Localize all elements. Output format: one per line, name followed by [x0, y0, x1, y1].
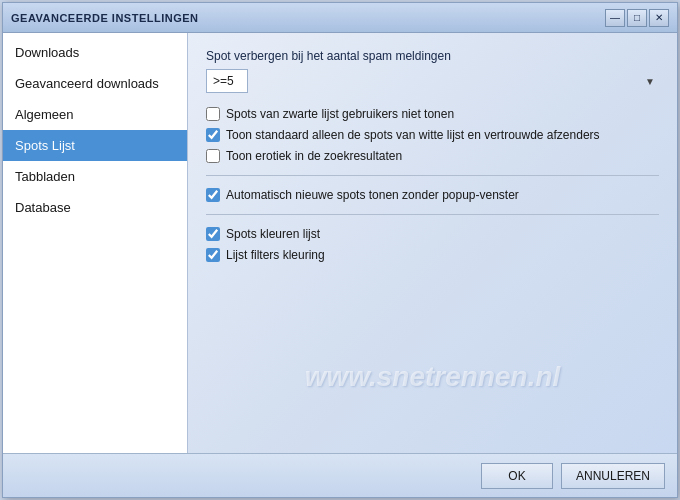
checkbox-zwarte-lijst-label: Spots van zwarte lijst gebruikers niet t… [226, 107, 454, 121]
checkbox-zwarte-lijst: Spots van zwarte lijst gebruikers niet t… [206, 107, 659, 121]
checkbox-lijst-filters: Lijst filters kleuring [206, 248, 659, 262]
checkbox-spots-kleuren: Spots kleuren lijst [206, 227, 659, 241]
checkbox-lijst-filters-input[interactable] [206, 248, 220, 262]
checkbox-spots-kleuren-label: Spots kleuren lijst [226, 227, 320, 241]
spam-dropdown-wrapper: >=5 >=1 >=2 >=3 >=4 >=10 ▼ [206, 69, 659, 93]
sidebar-item-downloads[interactable]: Downloads [3, 37, 187, 68]
spam-section-label: Spot verbergen bij het aantal spam meldi… [206, 49, 659, 63]
checkbox-witte-lijst-label: Toon standaard alleen de spots van witte… [226, 128, 600, 142]
sidebar-item-tabbladen[interactable]: Tabbladen [3, 161, 187, 192]
spam-dropdown[interactable]: >=5 >=1 >=2 >=3 >=4 >=10 [206, 69, 248, 93]
checkbox-auto-tonen-input[interactable] [206, 188, 220, 202]
checkbox-witte-lijst: Toon standaard alleen de spots van witte… [206, 128, 659, 142]
main-window: GEAVANCEERDE INSTELLINGEN — □ ✕ Download… [2, 2, 678, 498]
checkbox-lijst-filters-label: Lijst filters kleuring [226, 248, 325, 262]
content-area: Spot verbergen bij het aantal spam meldi… [188, 33, 677, 453]
sidebar-item-database[interactable]: Database [3, 192, 187, 223]
checkbox-auto-tonen: Automatisch nieuwe spots tonen zonder po… [206, 188, 659, 202]
title-bar: GEAVANCEERDE INSTELLINGEN — □ ✕ [3, 3, 677, 33]
minimize-button[interactable]: — [605, 9, 625, 27]
sidebar-item-algemeen[interactable]: Algemeen [3, 99, 187, 130]
divider-1 [206, 175, 659, 176]
window-title: GEAVANCEERDE INSTELLINGEN [11, 12, 199, 24]
watermark: www.snetrennen.nl [305, 361, 561, 393]
window-body: Downloads Geavanceerd downloads Algemeen… [3, 33, 677, 453]
title-controls: — □ ✕ [605, 9, 669, 27]
checkbox-erotiek-label: Toon erotiek in de zoekresultaten [226, 149, 402, 163]
dropdown-arrow-icon: ▼ [645, 76, 655, 87]
spam-dropdown-row: >=5 >=1 >=2 >=3 >=4 >=10 ▼ [206, 69, 659, 93]
checkbox-spots-kleuren-input[interactable] [206, 227, 220, 241]
checkbox-auto-tonen-label: Automatisch nieuwe spots tonen zonder po… [226, 188, 519, 202]
sidebar-item-geavanceerd[interactable]: Geavanceerd downloads [3, 68, 187, 99]
checkbox-zwarte-lijst-input[interactable] [206, 107, 220, 121]
footer: OK ANNULEREN [3, 453, 677, 497]
checkbox-erotiek-input[interactable] [206, 149, 220, 163]
checkbox-erotiek: Toon erotiek in de zoekresultaten [206, 149, 659, 163]
maximize-button[interactable]: □ [627, 9, 647, 27]
sidebar-item-spots-lijst[interactable]: Spots Lijst [3, 130, 187, 161]
checkbox-witte-lijst-input[interactable] [206, 128, 220, 142]
sidebar: Downloads Geavanceerd downloads Algemeen… [3, 33, 188, 453]
ok-button[interactable]: OK [481, 463, 553, 489]
divider-2 [206, 214, 659, 215]
cancel-button[interactable]: ANNULEREN [561, 463, 665, 489]
close-button[interactable]: ✕ [649, 9, 669, 27]
